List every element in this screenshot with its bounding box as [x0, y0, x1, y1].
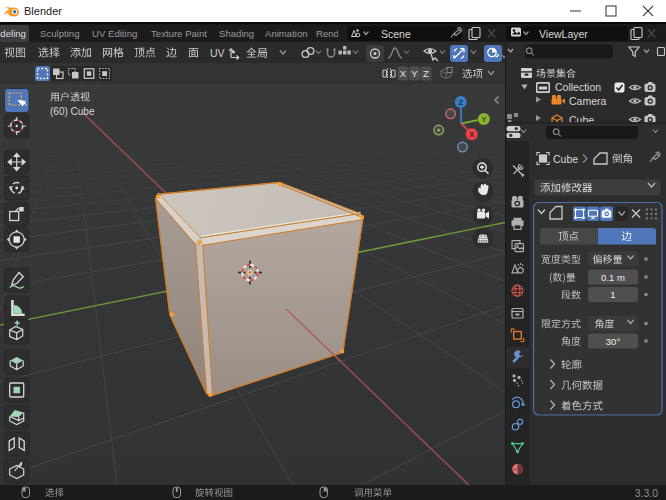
svg-text:(60) Cube: (60) Cube — [50, 106, 95, 117]
svg-text:Camera: Camera — [569, 95, 607, 107]
svg-text:Collection: Collection — [555, 81, 601, 93]
svg-text:Y: Y — [481, 115, 486, 124]
svg-text:Z: Z — [423, 68, 429, 79]
svg-text:Cube: Cube — [553, 153, 578, 165]
svg-text:X: X — [400, 68, 407, 79]
svg-text:ViewLayer: ViewLayer — [539, 28, 588, 40]
svg-text:30°: 30° — [606, 336, 621, 347]
svg-text:Shading: Shading — [219, 28, 254, 39]
svg-text:Z: Z — [459, 98, 464, 107]
svg-text:3.3.0: 3.3.0 — [635, 487, 659, 499]
svg-text:UV Editing: UV Editing — [92, 28, 137, 39]
svg-text:Blender: Blender — [24, 5, 62, 17]
svg-text:Y: Y — [411, 68, 418, 79]
svg-text:X: X — [469, 130, 474, 139]
svg-text:Animation: Animation — [265, 28, 308, 39]
svg-text:Scene: Scene — [381, 28, 411, 40]
svg-text:Texture Paint: Texture Paint — [151, 28, 207, 39]
svg-text:Modeling: Modeling — [0, 28, 26, 39]
svg-text:1: 1 — [610, 289, 615, 300]
svg-text:UV: UV — [210, 47, 225, 59]
svg-text:Sculpting: Sculpting — [40, 28, 79, 39]
svg-text:0.1 m: 0.1 m — [601, 272, 625, 283]
